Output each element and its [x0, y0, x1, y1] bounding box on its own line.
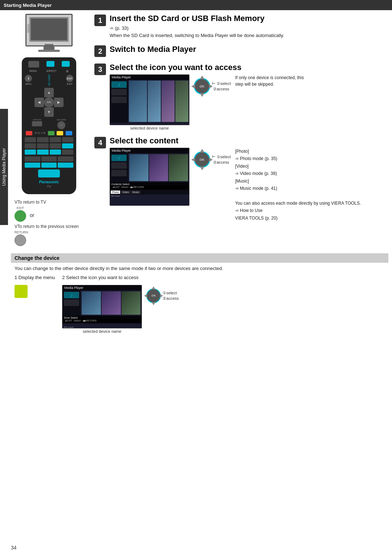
num-btn-8[interactable] — [62, 150, 73, 155]
change-device-bar: Change the device — [11, 253, 388, 263]
thumb-3-sidebar: ♪ — [110, 80, 128, 123]
bottom-btn-teal-2[interactable] — [41, 163, 57, 168]
bottom-btn-3[interactable] — [58, 156, 73, 162]
thumb-3-content: ♪ — [110, 80, 189, 123]
or-text: or — [30, 209, 34, 218]
thumb-3-main — [128, 80, 189, 123]
bottom-btn-1[interactable] — [25, 156, 40, 162]
dpad-right[interactable]: ▶ — [54, 98, 64, 107]
viera-note1: You can also access each mode directly b… — [235, 200, 361, 207]
thumb-4-imgs — [129, 154, 188, 181]
thumb-4-sidebar: ♪ — [110, 153, 128, 182]
yellow-button[interactable] — [57, 131, 63, 135]
tab-video: Video — [121, 191, 130, 194]
thumb-4-sd-label: SD Card — [111, 195, 119, 197]
bottom-btn-2[interactable] — [41, 156, 57, 162]
remote-label-row: MENU ASPECT ⊞ — [25, 70, 73, 73]
thumb-img-1 — [129, 81, 147, 122]
blue-button[interactable] — [66, 131, 72, 135]
change-device-title: Change the device — [15, 255, 60, 261]
remote-btn-2[interactable] — [46, 61, 54, 67]
return-to-prev-label: VTo return to the previous screen — [15, 224, 87, 229]
svg-marker-7 — [200, 93, 204, 97]
step-1-title: Insert the SD Card or USB Flash Memory — [110, 14, 388, 23]
aspect-icon: ⊞ — [66, 70, 69, 73]
num-btn-3[interactable] — [50, 137, 61, 142]
change-thumb-photo — [64, 299, 79, 306]
return-circle-button[interactable] — [15, 234, 26, 246]
return-to-tv-label: VTo return to TV — [15, 200, 87, 205]
video-desc: ➾ Video mode (p. 38) — [235, 170, 361, 177]
change-device-desc: You can change to the other device direc… — [11, 266, 388, 271]
return-button[interactable]: ↩ — [57, 121, 65, 129]
aspect-label: ASPECT — [46, 70, 57, 73]
thumb-sidebar-photo — [111, 89, 127, 95]
svg-marker-14 — [152, 286, 155, 289]
number-buttons — [25, 137, 73, 155]
num-btn-7[interactable] — [50, 143, 61, 148]
step-1-block: 1 Insert the SD Card or USB Flash Memory… — [94, 14, 388, 39]
bottom-buttons — [25, 156, 73, 168]
svg-marker-12 — [191, 158, 195, 162]
exit-circle-button[interactable] — [15, 210, 26, 222]
thumb-4-tabs: Photo Video Music — [110, 190, 189, 195]
change-access-note: ②access — [163, 296, 179, 301]
remote-area: MENU ASPECT ⊞ ℹ INFO SD CARD EXIT EXIT — [11, 14, 87, 246]
thumb-4-main: ♪ — [110, 153, 189, 182]
info-label: INFO — [25, 83, 32, 85]
tab-music: Music — [131, 191, 140, 194]
change-img1 — [82, 291, 101, 315]
photo-note: [Photo] — [235, 148, 361, 155]
video-note: [Video] — [235, 163, 361, 170]
thumb-img-4 — [175, 81, 188, 122]
num-btn-teal-2[interactable] — [25, 150, 36, 155]
bottom-btn-teal-1[interactable] — [25, 163, 40, 168]
ok-button[interactable]: OK — [44, 97, 54, 107]
remote-btn-1[interactable] — [28, 61, 39, 68]
step-3-title: Select the icon you want to access — [110, 63, 388, 72]
change-thumb-imgs — [81, 290, 142, 316]
menu-label: MENU — [29, 70, 37, 73]
green-button[interactable] — [48, 131, 54, 135]
y-button[interactable] — [15, 285, 28, 298]
option-button[interactable] — [32, 121, 42, 126]
viera-note2: ➾ How to Use — [235, 207, 361, 214]
info-button[interactable]: ℹ — [25, 75, 32, 82]
change-step-1-title: 1 Display the menu — [15, 275, 55, 280]
num-btn-4[interactable] — [62, 137, 73, 142]
num-btn-teal-1[interactable] — [62, 143, 73, 148]
num-btn-teal-3[interactable] — [37, 150, 48, 155]
thumb-4-header: Media Player — [110, 148, 189, 153]
big-teal-button[interactable] — [38, 169, 60, 177]
change-drive-bar: Drive Select ●EXIT Select ◀▶RETURN — [62, 316, 142, 323]
dpad-up[interactable]: ▲ — [44, 88, 54, 97]
thumb-4-photo — [111, 162, 127, 169]
change-img2 — [102, 291, 121, 315]
svg-marker-10 — [200, 149, 204, 152]
tv-screen-image — [25, 14, 73, 46]
step-3-screen-thumb: Media Player ♪ — [110, 74, 189, 125]
step-4-title: Select the content — [110, 136, 388, 146]
bottom-btn-teal-3[interactable] — [58, 163, 73, 168]
num-btn-6[interactable] — [37, 143, 48, 148]
num-btn-5[interactable] — [25, 143, 36, 148]
dpad-left[interactable]: ◀ — [34, 98, 44, 107]
svg-marker-8 — [191, 84, 195, 89]
red-button[interactable] — [26, 131, 32, 135]
step-2-block: 2 Switch to Media Player — [94, 45, 388, 57]
num-btn-1[interactable] — [25, 137, 36, 142]
svg-rect-2 — [31, 19, 67, 40]
num-btn-2[interactable] — [37, 137, 48, 142]
dpad-down[interactable]: ▼ — [44, 107, 54, 117]
return-button-label: RETURN — [15, 230, 28, 234]
exit-button[interactable]: EXIT — [66, 75, 73, 82]
step-3-screen-area: Media Player ♪ — [110, 74, 388, 130]
num-btn-teal-4[interactable] — [50, 150, 61, 155]
step-3-content: Select the icon you want to access Media… — [110, 63, 388, 130]
option-return-row: OPTION RETURN ↩ — [25, 119, 73, 129]
svg-marker-11 — [200, 167, 204, 170]
change-sd-label-area: SD Card — [62, 323, 142, 328]
option-label: OPTION — [33, 119, 41, 121]
change-device-section: Change the device You can change to the … — [0, 253, 392, 334]
remote-btn-3[interactable] — [62, 61, 70, 67]
